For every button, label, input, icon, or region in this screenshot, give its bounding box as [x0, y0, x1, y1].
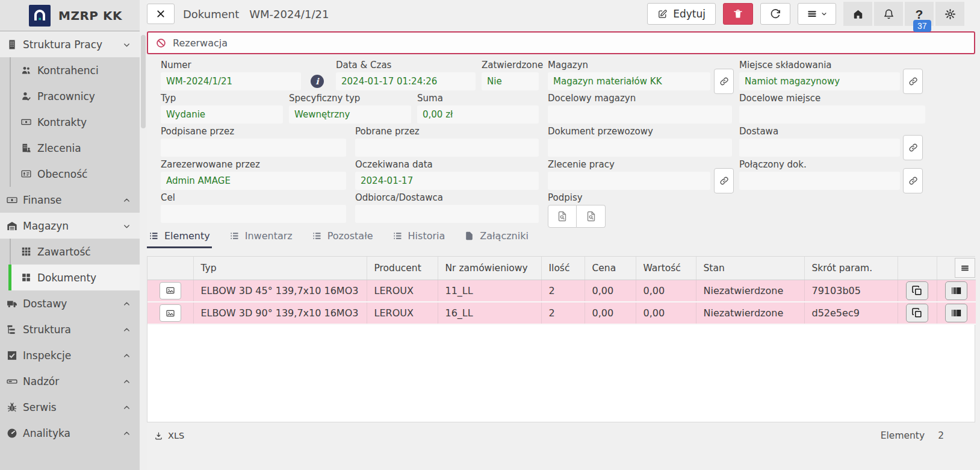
numer-input[interactable]: WM-2024/1/21 — [161, 72, 301, 90]
polaczony-link-button[interactable] — [903, 168, 923, 193]
table-row[interactable]: ELBOW 3D 90° 139,7x10 16MO3LEROUX16_LL20… — [147, 302, 976, 324]
truck-icon — [6, 298, 18, 310]
row-copy-button[interactable] — [906, 304, 928, 322]
sidebar-item-serwis[interactable]: Serwis — [0, 394, 140, 420]
magazyn-input[interactable]: Magazyn materiałów KK — [548, 72, 710, 90]
column-header-ilosc[interactable]: Ilość — [541, 257, 585, 280]
sidebar-item-inspekcje[interactable]: Inspekcje — [0, 342, 140, 368]
sidebar-scrollbar[interactable] — [140, 0, 147, 470]
cel-input[interactable] — [161, 205, 346, 223]
column-header-nr_zamowieniowy[interactable]: Nr zamówieniowy — [438, 257, 541, 280]
sidebar-item-pracownicy[interactable]: Pracownicy — [11, 83, 140, 109]
app-logo[interactable]: MZRP KK — [0, 0, 140, 31]
field-docelowy-magazyn: Docelowy magazyn — [548, 93, 732, 124]
odbiorca-dostawca-input[interactable] — [355, 205, 539, 223]
cell-cena: 0,00 — [585, 280, 636, 302]
table-menu-button[interactable] — [955, 258, 975, 278]
sidebar-item-label: Struktura — [23, 324, 71, 336]
xls-export-button[interactable]: XLS — [154, 431, 184, 440]
miejsce-link-button[interactable] — [903, 69, 923, 94]
sidebar-item-magazyn[interactable]: Magazyn — [0, 213, 140, 239]
sidebar-item-label: Nadzór — [23, 375, 59, 387]
docelowy-magazyn-input[interactable] — [548, 105, 732, 124]
podpisane-przez-input[interactable] — [161, 139, 346, 157]
topbar-actions: Edytuj ? 37 — [647, 2, 980, 26]
tab-pozostałe[interactable]: Pozostałe — [310, 230, 375, 248]
chevron-up-icon — [122, 377, 131, 386]
zarezerwowane-przez-input[interactable]: Admin AMAGE — [161, 172, 346, 190]
tab-inwentarz[interactable]: Inwentarz — [228, 230, 294, 248]
specyficzny-typ-input[interactable]: Wewnętrzny — [289, 105, 411, 124]
sidebar-item-struktura-pracy[interactable]: Struktura Pracy — [0, 31, 140, 57]
delete-button[interactable] — [723, 3, 753, 25]
sidebar-item-kontrakty[interactable]: Kontrakty — [11, 109, 140, 135]
oczekiwana-data-input[interactable]: 2024-01-17 — [355, 172, 539, 190]
suma-input[interactable]: 0,00 zł — [417, 105, 539, 124]
sidebar-item-kontrahenci[interactable]: Kontrahenci — [11, 57, 140, 83]
sidebar-item-obecność[interactable]: Obecność — [11, 161, 140, 187]
tab-historia[interactable]: Historia — [391, 230, 447, 248]
column-header-typ[interactable]: Typ — [193, 257, 367, 280]
menu-button[interactable] — [798, 3, 836, 25]
polaczony-dok-input[interactable] — [739, 172, 900, 190]
row-barcode-button[interactable] — [945, 281, 967, 300]
refresh-button[interactable] — [760, 3, 790, 25]
pobrane-przez-input[interactable] — [355, 139, 539, 157]
home-button[interactable] — [843, 2, 872, 26]
typ-input[interactable]: Wydanie — [161, 105, 283, 124]
row-copy-button[interactable] — [906, 281, 928, 300]
column-header-stan[interactable]: Stan — [696, 257, 804, 280]
dokument-przewozowy-input[interactable] — [548, 139, 732, 157]
sidebar-subgroup: ZawartośćDokumenty — [10, 239, 140, 290]
people-icon — [20, 64, 32, 76]
sidebar-item-dokumenty[interactable]: Dokumenty — [11, 265, 140, 290]
sidebar-item-zlecenia[interactable]: Zlecenia — [11, 135, 140, 161]
sidebar-item-nadzór[interactable]: Nadzór — [0, 368, 140, 394]
miejsce-skladowania-input[interactable]: Namiot magazynowy — [739, 72, 900, 90]
tab-elementy[interactable]: Elementy — [147, 230, 212, 248]
column-header-skrot_param[interactable]: Skrót param. — [804, 257, 898, 280]
column-header-actions-9[interactable] — [898, 257, 937, 280]
close-button[interactable] — [147, 4, 175, 24]
column-header-producent[interactable]: Producent — [367, 257, 438, 280]
sidebar-item-struktura[interactable]: Struktura — [0, 316, 140, 342]
sidebar-scrollbar-thumb[interactable] — [141, 35, 146, 128]
info-icon[interactable]: i — [311, 75, 324, 88]
dostawa-link-button[interactable] — [903, 135, 923, 160]
column-header-actions-0[interactable] — [147, 257, 193, 280]
dostawa-input[interactable] — [739, 139, 900, 157]
list-icon — [392, 231, 403, 241]
column-header-actions-10[interactable] — [937, 257, 976, 280]
tab-label: Historia — [408, 230, 445, 242]
sidebar-item-zawartość[interactable]: Zawartość — [11, 239, 140, 265]
sitemap-icon — [6, 324, 18, 336]
sidebar-item-dostawy[interactable]: Dostawy — [0, 290, 140, 316]
settings-button[interactable] — [935, 2, 964, 26]
zlecenie-link-button[interactable] — [714, 168, 734, 193]
field-odbiorca-dostawca: Odbiorca/Dostawca — [355, 192, 539, 223]
sidebar-item-analityka[interactable]: Analityka — [0, 420, 140, 446]
column-header-cena[interactable]: Cena — [585, 257, 636, 280]
zatwierdzone-input[interactable]: Nie — [482, 72, 539, 90]
column-header-wartosc[interactable]: Wartość — [636, 257, 696, 280]
magazyn-link-button[interactable] — [714, 69, 734, 94]
tab-bar: ElementyInwentarzPozostałeHistoriaZałącz… — [147, 228, 980, 248]
row-image-button[interactable] — [160, 282, 181, 299]
tab-załączniki[interactable]: Załączniki — [462, 230, 530, 248]
docelowe-miejsce-input[interactable] — [739, 105, 925, 124]
sidebar-item-label: Zawartość — [37, 246, 91, 258]
row-image-button[interactable] — [160, 304, 181, 322]
data-czas-input[interactable]: 2024-01-17 01:24:26 — [336, 72, 476, 90]
chevron-up-icon — [122, 195, 131, 204]
signature-preview-button-2[interactable] — [577, 205, 606, 228]
edit-button[interactable]: Edytuj — [647, 3, 716, 25]
row-barcode-button[interactable] — [945, 304, 967, 322]
sidebar-item-label: Kontrakty — [37, 116, 87, 128]
sidebar-item-finanse[interactable]: Finanse — [0, 187, 140, 213]
signature-preview-button-1[interactable] — [548, 205, 577, 228]
zlecenie-pracy-input[interactable] — [548, 172, 710, 190]
help-button[interactable]: ? 37 — [905, 2, 934, 26]
id-card-icon — [20, 168, 32, 180]
notifications-button[interactable] — [874, 2, 903, 26]
table-row[interactable]: ELBOW 3D 45° 139,7x10 16MO3LEROUX11_LL20… — [147, 280, 976, 302]
